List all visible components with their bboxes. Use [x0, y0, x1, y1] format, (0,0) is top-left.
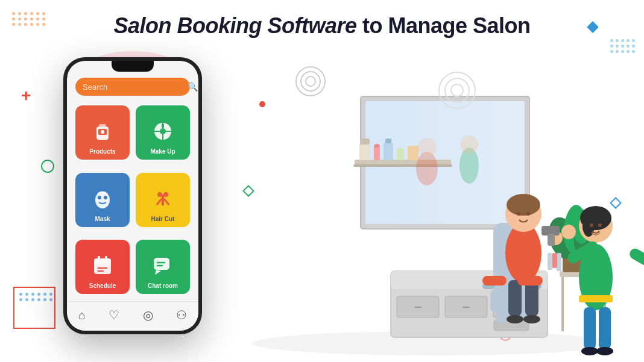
- svg-rect-90: [548, 234, 555, 246]
- svg-point-88: [561, 225, 576, 239]
- svg-point-94: [596, 347, 613, 355]
- app-mask[interactable]: Mask: [75, 173, 130, 227]
- svg-point-13: [163, 192, 168, 197]
- svg-rect-92: [599, 307, 611, 349]
- svg-point-84: [598, 223, 602, 227]
- svg-rect-23: [154, 258, 169, 270]
- svg-rect-21: [98, 256, 100, 261]
- phone-body: 🔍 Products: [63, 57, 202, 334]
- svg-point-101: [451, 84, 463, 96]
- svg-point-83: [590, 223, 593, 227]
- products-label: Products: [89, 148, 115, 155]
- deco-circle-left: [41, 160, 54, 173]
- svg-rect-79: [579, 295, 613, 302]
- svg-point-12: [157, 192, 162, 197]
- title-bold: Salon Booking Software: [113, 13, 356, 38]
- svg-rect-72: [508, 280, 522, 316]
- svg-point-69: [507, 194, 540, 216]
- phone-screen: 🔍 Products: [67, 61, 198, 331]
- chatroom-icon: [148, 251, 177, 280]
- svg-point-9: [95, 192, 110, 208]
- app-schedule[interactable]: Schedule: [75, 240, 130, 294]
- svg-rect-91: [584, 307, 596, 349]
- mask-label: Mask: [95, 216, 110, 222]
- schedule-label: Schedule: [89, 282, 116, 289]
- svg-line-15: [157, 199, 162, 205]
- svg-point-7: [160, 128, 166, 134]
- svg-point-11: [104, 196, 107, 199]
- svg-rect-59: [548, 253, 552, 270]
- search-input[interactable]: [83, 83, 184, 92]
- app-chatroom[interactable]: Chat room: [136, 240, 190, 294]
- makeup-icon: [148, 117, 177, 146]
- svg-rect-49: [561, 277, 564, 331]
- app-makeup[interactable]: Make Up: [136, 105, 190, 160]
- svg-rect-22: [105, 256, 107, 261]
- svg-rect-39: [408, 146, 418, 160]
- svg-rect-38: [397, 148, 404, 160]
- chatroom-label: Chat room: [148, 282, 178, 289]
- svg-rect-34: [374, 146, 380, 160]
- svg-rect-86: [628, 246, 644, 272]
- svg-point-71: [526, 212, 530, 216]
- search-bar[interactable]: 🔍: [75, 78, 190, 96]
- svg-point-98: [460, 136, 478, 154]
- phone-notch: [112, 61, 154, 72]
- svg-rect-77: [517, 276, 543, 286]
- salon-illustration: [222, 48, 644, 361]
- mask-icon: [88, 184, 117, 213]
- svg-line-16: [164, 199, 169, 205]
- phone-mockup: 🔍 Products: [63, 57, 202, 334]
- svg-rect-58: [552, 253, 557, 268]
- title-normal: to Manage Salon: [357, 13, 531, 38]
- svg-rect-32: [359, 143, 370, 160]
- nav-home-icon[interactable]: ⌂: [78, 308, 86, 322]
- page-header: Salon Booking Software to Manage Salon: [0, 0, 644, 39]
- svg-rect-57: [557, 253, 561, 271]
- svg-point-70: [517, 212, 520, 216]
- svg-point-93: [581, 347, 598, 355]
- nav-location-icon[interactable]: ◎: [143, 308, 153, 322]
- app-haircut[interactable]: Hair Cut: [136, 173, 190, 227]
- svg-rect-37: [385, 139, 391, 143]
- svg-point-35: [374, 144, 380, 148]
- app-products[interactable]: Products: [75, 105, 130, 160]
- svg-rect-0: [99, 124, 106, 126]
- nav-profile-icon[interactable]: ⚇: [176, 308, 187, 322]
- svg-rect-36: [384, 142, 393, 160]
- haircut-icon: [148, 184, 177, 213]
- deco-plus-left: +: [21, 87, 31, 104]
- svg-point-74: [507, 315, 523, 323]
- makeup-label: Make Up: [150, 148, 175, 155]
- deco-dots-bottom-left: [13, 287, 55, 329]
- svg-rect-18: [94, 258, 111, 264]
- app-grid: Products Make Up: [67, 105, 198, 301]
- svg-point-10: [98, 196, 101, 199]
- svg-rect-33: [360, 139, 370, 145]
- bottom-navigation: ⌂ ♡ ◎ ⚇: [67, 301, 198, 331]
- svg-rect-76: [482, 276, 507, 286]
- search-icon: 🔍: [188, 82, 198, 92]
- products-icon: [88, 117, 117, 146]
- haircut-label: Hair Cut: [151, 216, 175, 222]
- svg-rect-8: [162, 124, 164, 128]
- svg-point-3: [101, 130, 104, 134]
- svg-rect-14: [162, 195, 164, 205]
- nav-favorites-icon[interactable]: ♡: [109, 308, 119, 322]
- svg-point-96: [417, 138, 437, 157]
- svg-point-75: [523, 315, 540, 323]
- schedule-icon: [88, 251, 117, 280]
